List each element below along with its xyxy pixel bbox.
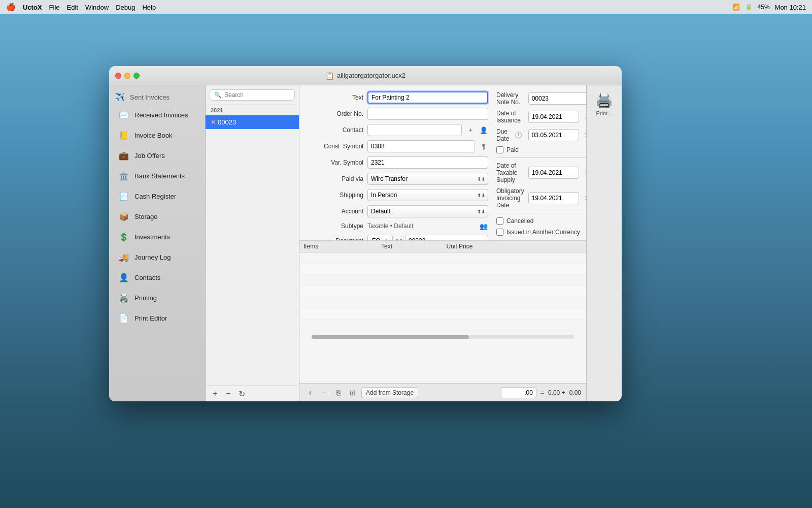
print-icon[interactable]: 🖨️ <box>595 91 613 108</box>
menu-edit[interactable]: Edit <box>67 4 78 11</box>
sidebar-item-printing[interactable]: 🖨️ Printing <box>112 288 202 307</box>
sidebar-label-print-editor: Print Editor <box>134 314 167 322</box>
amount-input[interactable] <box>501 387 536 398</box>
add-contact-button[interactable]: ＋ <box>466 125 475 135</box>
add-item-button[interactable]: + <box>210 388 221 399</box>
paid-checkbox[interactable] <box>496 146 503 153</box>
const-symbol-row: Const. Symbol ¶ <box>308 140 488 152</box>
add-from-storage-button[interactable]: Add from Storage <box>361 387 418 398</box>
doc-number-input[interactable] <box>405 235 488 240</box>
apple-menu[interactable]: 🍎 <box>6 3 16 12</box>
delivery-note-input[interactable] <box>528 92 586 105</box>
due-date-label: Due Date <box>496 128 511 142</box>
menu-help[interactable]: Help <box>142 4 156 11</box>
sidebar-header-sent-invoices[interactable]: ✈️ Sent Invoices <box>109 87 205 105</box>
refresh-button[interactable]: ↻ <box>236 388 247 399</box>
text-field-label: Text <box>308 94 363 101</box>
search-bar: 🔍 <box>206 85 299 105</box>
person-icon[interactable]: 👤 <box>479 125 488 135</box>
menubar: 🍎 UctoX File Edit Window Debug Help 📶 🔋 … <box>0 0 812 14</box>
sidebar-item-bank-statements[interactable]: 🏛️ Bank Statements <box>112 166 202 185</box>
menu-debug[interactable]: Debug <box>116 4 135 11</box>
remove-row-button[interactable]: − <box>319 387 330 398</box>
account-select[interactable]: Default Secondary <box>367 205 488 217</box>
items-tbody <box>299 252 586 330</box>
sidebar-item-invoice-book[interactable]: 📒 Invoice Book <box>112 125 202 145</box>
contact-input[interactable] <box>367 124 462 136</box>
text-col-header: Text <box>377 241 442 252</box>
window-title-text: alligatorgatorgator.ucx2 <box>337 72 405 79</box>
table-row <box>299 274 586 285</box>
window-body: ✈️ Sent Invoices ✉️ Received Invoices 📒 … <box>109 85 622 401</box>
document-row: Document FO ⬆⬇ <box>308 235 488 240</box>
menu-file[interactable]: File <box>49 4 60 11</box>
paid-via-select[interactable]: Wire Transfer Cash Bank Transfer <box>367 173 488 185</box>
calc-section: = 0.00 + 0.00 <box>501 387 581 398</box>
storage-icon: 📦 <box>118 211 129 222</box>
paid-via-wrapper: Wire Transfer Cash Bank Transfer ⬆⬇ <box>367 173 488 185</box>
obligatory-date-input[interactable] <box>528 192 579 204</box>
menu-window[interactable]: Window <box>85 4 109 11</box>
subtype-person-icon[interactable]: 👥 <box>479 221 488 231</box>
add-storage-label: Add from Storage <box>366 389 414 396</box>
app-name[interactable]: UctoX <box>23 4 42 11</box>
text-input[interactable] <box>367 91 488 104</box>
bottom-toolbar: + − ⎘ ⊞ Add from Storage = 0.00 + 0.00 <box>299 383 586 401</box>
list-item-00023[interactable]: ✕ 00023 <box>206 115 299 129</box>
titlebar: 📋 alligatorgatorgator.ucx2 <box>109 66 622 85</box>
minimize-button[interactable] <box>124 73 130 79</box>
var-symbol-input[interactable] <box>367 156 488 169</box>
search-icon: 🔍 <box>214 91 222 99</box>
main-window: 📋 alligatorgatorgator.ucx2 ✈️ Sent Invoi… <box>109 66 622 401</box>
print-button-label[interactable]: Print... <box>596 110 613 116</box>
wifi-icon: 📶 <box>732 4 740 11</box>
battery-percent: 45% <box>758 4 770 11</box>
remove-item-button[interactable]: − <box>223 388 234 399</box>
table-row <box>299 308 586 319</box>
account-row: Account Default Secondary ⬆⬇ <box>308 205 488 217</box>
sidebar-label-contacts: Contacts <box>134 274 160 281</box>
list-panel-footer: + − ↻ <box>206 386 299 401</box>
sidebar-item-job-offers[interactable]: 💼 Job Offers <box>112 146 202 165</box>
subtype-row: Subtype Taxable • Default 👥 <box>308 221 488 231</box>
table-icon[interactable]: ⊞ <box>347 387 358 398</box>
table-row <box>299 297 586 308</box>
form-divider-2 <box>496 213 586 213</box>
account-label: Account <box>308 208 363 215</box>
scrollbar-thumb[interactable] <box>312 335 469 339</box>
menubar-right: 📶 🔋 45% Mon 10:21 <box>732 4 806 11</box>
cancelled-checkbox[interactable] <box>496 217 503 225</box>
issued-other-currency-checkbox[interactable] <box>496 229 503 236</box>
sidebar-item-journey-log[interactable]: 🚚 Journey Log <box>112 247 202 267</box>
text-row: Text <box>308 91 488 104</box>
sidebar-item-cash-register[interactable]: 🧾 Cash Register <box>112 186 202 206</box>
search-input-wrapper: 🔍 <box>210 89 295 101</box>
order-no-input[interactable] <box>367 108 488 120</box>
horizontal-scrollbar[interactable] <box>312 335 574 339</box>
sidebar-item-investments[interactable]: 💲 Investments <box>112 227 202 246</box>
clock: Mon 10:21 <box>775 4 806 11</box>
sidebar-item-contacts[interactable]: 👤 Contacts <box>112 268 202 287</box>
copy-row-button[interactable]: ⎘ <box>333 387 344 398</box>
add-row-button[interactable]: + <box>304 387 316 398</box>
sidebar-item-storage[interactable]: 📦 Storage <box>112 207 202 226</box>
const-symbol-label: Const. Symbol <box>308 143 363 150</box>
sidebar-item-received-invoices[interactable]: ✉️ Received Invoices <box>112 105 202 124</box>
taxable-date-label: Date of Taxable Supply <box>496 162 524 183</box>
maximize-button[interactable] <box>133 73 140 79</box>
bank-statements-icon: 🏛️ <box>118 170 129 181</box>
taxable-date-input[interactable] <box>528 167 579 179</box>
contact-row: Contact ＋ 👤 <box>308 124 488 136</box>
doc-type-select[interactable]: FO <box>367 235 393 240</box>
date-issuance-input[interactable] <box>528 111 579 123</box>
due-date-input[interactable] <box>528 129 579 141</box>
delivery-note-row: Delivery Note No. <box>496 91 586 106</box>
error-icon: ✕ <box>211 119 216 126</box>
date-issuance-row: Date of Issuance ▲ ▼ <box>496 110 586 124</box>
paid-row: Paid <box>496 146 586 153</box>
search-input[interactable] <box>224 91 299 99</box>
const-symbol-input[interactable] <box>367 140 475 152</box>
sidebar-item-print-editor[interactable]: 📄 Print Editor <box>112 308 202 328</box>
shipping-select[interactable]: In Person Courier Post <box>367 189 488 201</box>
close-button[interactable] <box>115 73 121 79</box>
